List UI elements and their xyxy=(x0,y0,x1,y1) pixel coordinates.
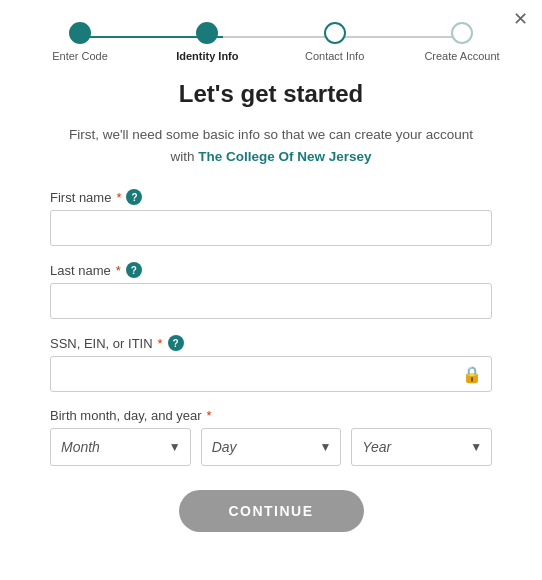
birth-date-field-group: Birth month, day, and year * Month Janua… xyxy=(50,408,492,466)
progress-bar: Enter Code Identity Info Contact Info Cr… xyxy=(0,0,542,70)
subtitle-line2: with xyxy=(170,149,198,164)
ssn-input[interactable] xyxy=(50,356,492,392)
first-name-input[interactable] xyxy=(50,210,492,246)
last-name-help-icon[interactable]: ? xyxy=(126,262,142,278)
step-circle-contact-info xyxy=(324,22,346,44)
modal-container: ✕ Enter Code Identity Info Contact Info … xyxy=(0,0,542,580)
continue-button[interactable]: CONTINUE xyxy=(179,490,364,532)
step-circle-enter-code xyxy=(69,22,91,44)
year-select-wrapper: Year ▼ xyxy=(351,428,492,466)
page-title: Let's get started xyxy=(50,80,492,108)
ssn-label-text: SSN, EIN, or ITIN xyxy=(50,336,153,351)
step-label-contact-info: Contact Info xyxy=(305,50,364,62)
day-select[interactable]: Day xyxy=(201,428,342,466)
ssn-field-group: SSN, EIN, or ITIN * ? 🔒 xyxy=(50,335,492,392)
birth-date-row: Month January February March April May J… xyxy=(50,428,492,466)
page-subtitle: First, we'll need some basic info so tha… xyxy=(50,124,492,167)
step-contact-info: Contact Info xyxy=(295,22,375,62)
last-name-field-group: Last name * ? xyxy=(50,262,492,319)
day-select-wrapper: Day ▼ xyxy=(201,428,342,466)
birth-date-label: Birth month, day, and year * xyxy=(50,408,492,423)
last-name-label-text: Last name xyxy=(50,263,111,278)
ssn-input-wrapper: 🔒 xyxy=(50,356,492,392)
step-circle-create-account xyxy=(451,22,473,44)
ssn-label: SSN, EIN, or ITIN * ? xyxy=(50,335,492,351)
org-name: The College Of New Jersey xyxy=(198,149,371,164)
step-label-enter-code: Enter Code xyxy=(52,50,108,62)
form-content: Let's get started First, we'll need some… xyxy=(0,70,542,532)
ssn-required: * xyxy=(158,336,163,351)
first-name-required: * xyxy=(116,190,121,205)
birth-date-required: * xyxy=(207,408,212,423)
lock-icon: 🔒 xyxy=(462,365,482,384)
step-enter-code: Enter Code xyxy=(40,22,120,62)
progress-track xyxy=(70,36,472,38)
step-label-identity-info: Identity Info xyxy=(176,50,238,62)
first-name-help-icon[interactable]: ? xyxy=(126,189,142,205)
step-create-account: Create Account xyxy=(422,22,502,62)
first-name-field-group: First name * ? xyxy=(50,189,492,246)
year-select[interactable]: Year xyxy=(351,428,492,466)
subtitle-line1: First, we'll need some basic info so tha… xyxy=(69,127,473,142)
last-name-input[interactable] xyxy=(50,283,492,319)
step-circle-identity-info xyxy=(196,22,218,44)
last-name-label: Last name * ? xyxy=(50,262,492,278)
month-select-wrapper: Month January February March April May J… xyxy=(50,428,191,466)
first-name-label: First name * ? xyxy=(50,189,492,205)
first-name-label-text: First name xyxy=(50,190,111,205)
birth-date-label-text: Birth month, day, and year xyxy=(50,408,202,423)
month-select[interactable]: Month January February March April May J… xyxy=(50,428,191,466)
step-label-create-account: Create Account xyxy=(424,50,499,62)
last-name-required: * xyxy=(116,263,121,278)
step-identity-info: Identity Info xyxy=(167,22,247,62)
ssn-help-icon[interactable]: ? xyxy=(168,335,184,351)
